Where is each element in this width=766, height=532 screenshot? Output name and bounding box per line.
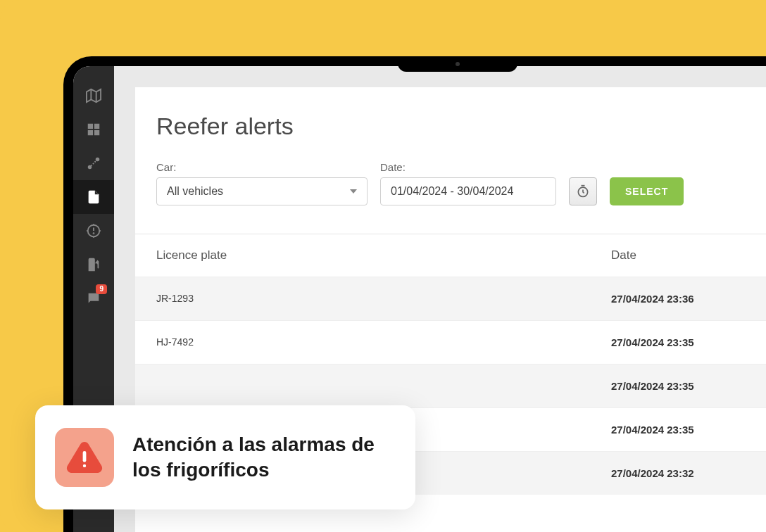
clock-icon [576, 184, 590, 198]
warning-triangle-icon [66, 439, 103, 476]
callout-card: Atención a las alarmas de los frigorífic… [35, 405, 415, 509]
cell-plate: HJ-7492 [156, 336, 611, 348]
page-title: Reefer alerts [135, 113, 766, 161]
alert-icon-box [55, 428, 114, 487]
cell-date: 27/04/2024 23:32 [611, 467, 759, 479]
cell-plate: JR-1293 [156, 293, 611, 305]
filter-bar: Car: All vehicles Date: 01/04/2024 - 30/… [135, 161, 766, 234]
cell-date: 27/04/2024 23:35 [611, 424, 759, 436]
car-dropdown[interactable]: All vehicles [156, 177, 368, 205]
table-row[interactable]: 27/04/2024 23:35 [135, 364, 766, 407]
date-filter: Date: 01/04/2024 - 30/04/2024 [380, 161, 556, 205]
svg-rect-6 [94, 130, 99, 135]
col-header-plate: Licence plate [156, 248, 611, 262]
cell-date: 27/04/2024 23:35 [611, 380, 759, 392]
svg-marker-0 [87, 89, 101, 102]
chevron-down-icon [350, 189, 357, 194]
svg-rect-4 [94, 124, 99, 129]
sidebar-item-routes[interactable] [73, 146, 114, 180]
laptop-notch [398, 56, 517, 72]
map-icon [86, 88, 101, 103]
sidebar-item-documents[interactable] [73, 180, 114, 214]
car-dropdown-value: All vehicles [167, 185, 223, 198]
date-range-input[interactable]: 01/04/2024 - 30/04/2024 [380, 177, 556, 205]
route-icon [86, 156, 101, 171]
svg-point-10 [94, 233, 94, 234]
messages-badge: 9 [96, 284, 107, 294]
svg-point-13 [83, 464, 86, 467]
svg-rect-3 [88, 124, 93, 129]
fuel-icon [86, 257, 101, 272]
select-button[interactable]: SELECT [610, 177, 684, 205]
sidebar-item-map[interactable] [73, 79, 114, 113]
table-row[interactable]: HJ-7492 27/04/2024 23:35 [135, 320, 766, 364]
cell-plate [156, 380, 611, 392]
time-button[interactable] [569, 177, 597, 205]
cell-date: 27/04/2024 23:36 [611, 293, 759, 305]
sidebar-item-messages[interactable]: 9 [73, 281, 114, 315]
car-filter: Car: All vehicles [156, 161, 368, 205]
cell-date: 27/04/2024 23:35 [611, 336, 759, 348]
grid-icon [86, 122, 101, 137]
svg-point-8 [96, 158, 100, 162]
svg-rect-5 [88, 130, 93, 135]
car-filter-label: Car: [156, 161, 368, 173]
table-row[interactable]: JR-1293 27/04/2024 23:36 [135, 277, 766, 320]
alert-badge-icon [86, 223, 101, 239]
col-header-date: Date [611, 248, 759, 262]
table-header: Licence plate Date [135, 234, 766, 277]
callout-text: Atención a las alarmas de los frigorífic… [132, 432, 386, 483]
sidebar-item-alerts[interactable] [73, 214, 114, 248]
date-filter-label: Date: [380, 161, 556, 173]
sidebar-item-fuel[interactable] [73, 248, 114, 281]
sidebar-item-dashboard[interactable] [73, 113, 114, 146]
document-icon [86, 189, 101, 205]
